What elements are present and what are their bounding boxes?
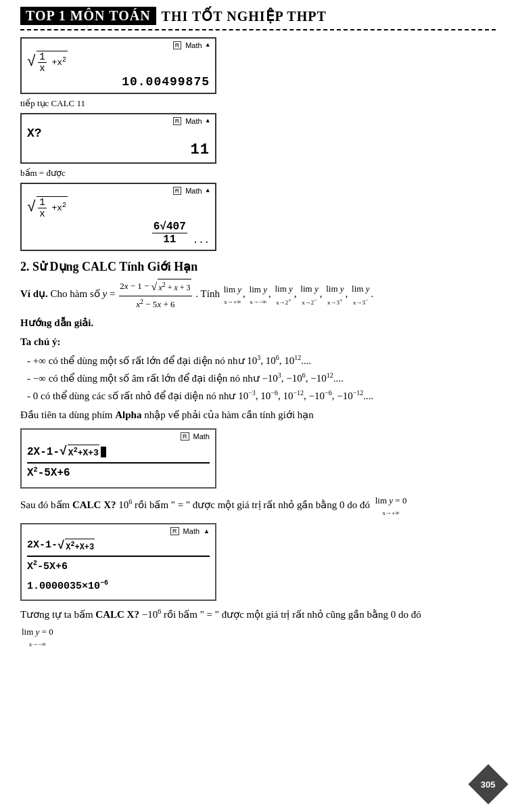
calc-large-formula-4: 2X-1- √ X2+X+3 X2-5X+6: [27, 443, 210, 481]
label-2: bấm = được: [20, 168, 496, 179]
formula-line1-4: 2X-1- √ X2+X+3: [27, 443, 210, 461]
lim-neginf-result: lim y = 0 x→−∞: [20, 625, 496, 649]
calc-display-4: R Math 2X-1- √ X2+X+3 X2-5X+6: [20, 428, 216, 488]
sqrt-content-1: 1 x +x2: [37, 51, 68, 74]
note-item-2: −∞ có thể dùng một số âm rất lớn để đại …: [27, 370, 496, 386]
example-intro: Ví dụ.: [20, 288, 48, 299]
calc-formula-2: X?: [27, 127, 210, 140]
calc-display-3: R Math ▲ √ 1 x +x2 6√407 11 ...: [20, 183, 216, 251]
lim-2: lim y x→−∞: [250, 283, 267, 307]
lim-neginf-wrap: lim y = 0 x→−∞: [22, 625, 53, 649]
example-fraction: 2x − 1 − √x2 + x + 3 x2 − 5x + 6: [119, 278, 191, 312]
lim-1: lim y x→+∞: [224, 283, 241, 307]
math-label-5: Math: [183, 527, 200, 535]
formula-line2-4: X2-5X+6: [27, 462, 210, 481]
arrow-5: ▲: [204, 528, 210, 535]
page-number: 305: [481, 779, 496, 789]
r-icon-3: R: [173, 187, 182, 195]
calc-top-bar-5: R Math ▲: [27, 527, 210, 535]
math-label-1: Math: [185, 41, 202, 49]
cursor-4: [101, 447, 106, 457]
r-icon-4: R: [181, 432, 189, 441]
inline-sqrt-example: √x2 + x + 3: [151, 278, 191, 296]
arrow-3: ▲: [206, 187, 210, 194]
sqrt-content-3: 1 x +x2: [37, 196, 68, 219]
ellipsis-3: ...: [193, 235, 210, 246]
arrow-2: ▲: [206, 118, 210, 125]
y-var: y: [103, 288, 108, 299]
instruction-2: Sau đó bấm CALC X? 106 rồi bấm " = " đượ…: [20, 494, 496, 518]
inline-sqrt-4: √ X2+X+3: [60, 443, 99, 461]
math-label-3: Math: [185, 187, 202, 195]
note-item-1: +∞ có thể dùng một số rất lớn để đại diệ…: [27, 353, 496, 369]
inline-sqrt-5: √ X2+X+3: [57, 537, 95, 555]
notes-list: +∞ có thể dùng một số rất lớn để đại diệ…: [27, 353, 496, 405]
page-number-container: 305: [474, 770, 502, 798]
header-rest: THI TỐT NGHIỆP THPT: [162, 8, 327, 24]
sqrt-symbol-3: √: [27, 200, 36, 215]
formula-result-5: 1.0000035×10−6: [27, 578, 210, 595]
math-label-4: Math: [193, 432, 210, 441]
sqrt-wrap-1: √ 1 x +x2: [27, 51, 68, 74]
instruction-1: Đầu tiên ta dùng phím Alpha nhập vế phải…: [20, 407, 496, 423]
calc-key-bold-2: CALC X?: [95, 609, 139, 620]
lim-5: lim y x→3+: [326, 282, 344, 307]
formula-line2-5: X2-5X+6: [27, 556, 210, 575]
sqrt-wrap-3: √ 1 x +x2: [27, 196, 68, 219]
calc-top-bar-4: R Math: [27, 432, 210, 441]
r-icon-5: R: [170, 527, 179, 535]
header-box: TOP 1 MÔN TOÁN: [20, 7, 156, 25]
note-item-3: 0 có thể dùng các số rất nhỏ để đại diện…: [27, 388, 496, 404]
sqrt-symbol-1: √: [27, 55, 36, 70]
frac-3: 1 x: [38, 197, 46, 219]
calc-formula-1: √ 1 x +x2: [27, 51, 210, 74]
alpha-key: Alpha: [115, 409, 141, 420]
calc-formula-3: √ 1 x +x2: [27, 196, 210, 219]
result-frac-3: 6√407 11: [152, 221, 187, 246]
calc-top-bar-3: R Math ▲: [27, 187, 210, 195]
label-1: tiếp tục CALC 11: [20, 98, 496, 109]
math-label-2: Math: [185, 117, 202, 125]
page-number-diamond: 305: [468, 764, 508, 804]
calc-display-5: R Math ▲ 2X-1- √ X2+X+3 X2-5X+6 1.000003…: [20, 523, 216, 602]
lim-4: lim y x→2−: [300, 282, 318, 307]
r-icon-1: R: [173, 41, 182, 49]
example-text: Ví dụ. Cho hàm số y = 2x − 1 − √x2 + x +…: [20, 278, 496, 312]
frac-1: 1 x: [38, 51, 46, 74]
note-heading: Ta chú ý:: [20, 334, 496, 350]
calc-top-bar-2: R Math ▲: [27, 117, 210, 125]
calc-key-bold: CALC X?: [72, 499, 116, 510]
section-2-heading: 2. Sử Dụng CALC Tính Giới Hạn: [20, 259, 496, 274]
lim-6: lim y x→3−: [352, 282, 369, 307]
arrow-1: ▲: [206, 42, 210, 49]
lim-result-inf: lim y = 0 x→+∞: [375, 494, 407, 518]
calc-result-2: 11: [27, 141, 210, 158]
calc-display-2: R Math ▲ X? 11: [20, 113, 216, 164]
calc-large-formula-5: 2X-1- √ X2+X+3 X2-5X+6 1.0000035×10−6: [27, 537, 210, 595]
calc-result-1: 10.00499875: [27, 75, 210, 89]
instruction-3: Tương tự ta bấm CALC X? −106 rồi bấm " =…: [20, 606, 496, 623]
lim-3: lim y x→2+: [275, 282, 292, 307]
formula-line1-5: 2X-1- √ X2+X+3: [27, 537, 210, 555]
guide-heading: Hướng dẫn giải.: [20, 315, 496, 331]
page-header: TOP 1 MÔN TOÁN THI TỐT NGHIỆP THPT: [20, 7, 496, 30]
calc-top-bar-1: R Math ▲: [27, 41, 210, 49]
r-icon-2: R: [173, 117, 182, 125]
calc-display-1: R Math ▲ √ 1 x +x2 10.00499875: [20, 37, 216, 94]
calc-result-3-wrap: 6√407 11 ...: [27, 221, 210, 246]
